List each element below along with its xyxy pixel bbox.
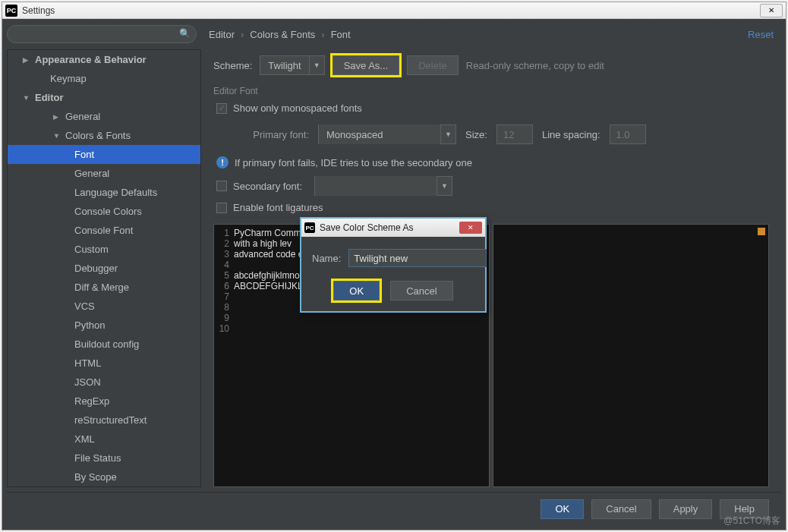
cancel-button[interactable]: Cancel bbox=[591, 499, 651, 519]
settings-sidebar[interactable]: ▶Appearance & BehaviorKeymap▼Editor▶Gene… bbox=[7, 49, 201, 487]
sidebar-item-label: Console Font bbox=[74, 225, 133, 236]
search-input[interactable] bbox=[7, 25, 197, 43]
preview-line: 9 bbox=[217, 313, 486, 323]
sidebar-item-general[interactable]: ▶General bbox=[8, 107, 200, 126]
line-number: 3 bbox=[217, 249, 234, 260]
sidebar-item-label: Debugger bbox=[74, 263, 118, 274]
ligatures-label: Enable font ligatures bbox=[233, 202, 323, 213]
sidebar-item-html[interactable]: HTML bbox=[8, 354, 200, 373]
sidebar-item-diff-merge[interactable]: Diff & Merge bbox=[8, 278, 200, 297]
line-spacing-field[interactable]: 1.0 bbox=[610, 124, 646, 144]
sidebar-item-regexp[interactable]: RegExp bbox=[8, 392, 200, 411]
help-button[interactable]: Help bbox=[720, 499, 769, 519]
sidebar-item-buildout-config[interactable]: Buildout config bbox=[8, 335, 200, 354]
window-close-button[interactable]: ✕ bbox=[760, 4, 783, 17]
secondary-font-label: Secondary font: bbox=[233, 181, 302, 192]
dialog-titlebar: PC Save Color Scheme As ✕ bbox=[301, 219, 485, 237]
breadcrumb-font: Font bbox=[331, 29, 351, 40]
secondary-font-combo[interactable]: ▼ bbox=[314, 176, 452, 196]
primary-font-value: Monospaced bbox=[319, 124, 440, 144]
dialog-footer: OK Cancel Apply Help bbox=[7, 492, 781, 525]
sidebar-item-label: General bbox=[74, 168, 109, 179]
show-mono-checkbox[interactable]: ✓ bbox=[216, 103, 227, 114]
sidebar-item-label: By Scope bbox=[74, 471, 117, 483]
chevron-down-icon[interactable]: ▼ bbox=[437, 177, 452, 195]
sidebar-item-console-colors[interactable]: Console Colors bbox=[8, 202, 200, 221]
chevron-down-icon[interactable]: ▼ bbox=[309, 56, 324, 74]
secondary-font-value bbox=[315, 176, 437, 196]
ok-button[interactable]: OK bbox=[541, 499, 584, 519]
line-number: 1 bbox=[217, 228, 234, 238]
main-panel: Scheme: Twilight ▼ Save As... Delete Rea… bbox=[201, 49, 781, 487]
sidebar-item-xml[interactable]: XML bbox=[8, 430, 200, 449]
sidebar-item-label: RegExp bbox=[74, 395, 109, 407]
font-preview-right bbox=[493, 224, 769, 487]
chevron-down-icon[interactable]: ▼ bbox=[440, 125, 455, 143]
breadcrumb-editor: Editor bbox=[209, 29, 235, 40]
sidebar-item-label: Diff & Merge bbox=[74, 282, 129, 293]
scheme-value: Twilight bbox=[260, 60, 308, 71]
sidebar-item-colors-fonts[interactable]: ▼Colors & Fonts bbox=[8, 126, 200, 145]
sidebar-item-label: JSON bbox=[74, 376, 101, 388]
size-label: Size: bbox=[465, 129, 487, 140]
sidebar-item-editor[interactable]: ▼Editor bbox=[8, 88, 200, 107]
dialog-title: Save Color Scheme As bbox=[320, 222, 413, 233]
line-number: 10 bbox=[217, 323, 234, 334]
dialog-ok-button[interactable]: OK bbox=[333, 281, 380, 301]
dialog-cancel-button[interactable]: Cancel bbox=[390, 281, 452, 301]
sidebar-item-vcs[interactable]: VCS bbox=[8, 297, 200, 316]
chevron-right-icon: ▶ bbox=[23, 56, 30, 64]
sidebar-item-label: HTML bbox=[74, 357, 101, 369]
readonly-message: Read-only scheme, copy to edit bbox=[466, 60, 604, 71]
sidebar-item-label: File Status bbox=[74, 452, 121, 464]
name-label: Name: bbox=[312, 253, 341, 264]
sidebar-item-appearance-behavior[interactable]: ▶Appearance & Behavior bbox=[8, 50, 200, 69]
sidebar-item-console-font[interactable]: Console Font bbox=[8, 221, 200, 240]
preview-line: 10 bbox=[217, 323, 486, 334]
chevron-down-icon: ▼ bbox=[53, 132, 61, 140]
sidebar-item-font[interactable]: Font bbox=[8, 145, 200, 164]
secondary-font-checkbox[interactable] bbox=[216, 181, 227, 191]
sidebar-item-language-defaults[interactable]: Language Defaults bbox=[8, 183, 200, 202]
line-text: advanced code e bbox=[234, 249, 303, 260]
sidebar-item-by-scope[interactable]: By Scope bbox=[8, 467, 200, 486]
apply-button[interactable]: Apply bbox=[659, 499, 713, 519]
sidebar-item-python[interactable]: Python bbox=[8, 316, 200, 335]
sidebar-item-keymap[interactable]: Keymap bbox=[8, 69, 200, 88]
scheme-combo[interactable]: Twilight ▼ bbox=[260, 55, 324, 75]
line-text: with a high lev bbox=[234, 238, 292, 249]
titlebar: PC Settings ✕ bbox=[2, 2, 786, 19]
sidebar-item-custom[interactable]: Custom bbox=[8, 240, 200, 259]
sidebar-item-json[interactable]: JSON bbox=[8, 373, 200, 392]
line-number: 4 bbox=[217, 260, 234, 270]
sidebar-item-label: reStructuredText bbox=[74, 414, 147, 426]
size-field[interactable]: 12 bbox=[496, 124, 533, 144]
scheme-name-input[interactable] bbox=[348, 249, 487, 267]
sidebar-item-label: Python bbox=[74, 320, 105, 331]
sidebar-item-label: General bbox=[65, 111, 100, 122]
sidebar-item-general[interactable]: General bbox=[8, 164, 200, 183]
reset-link[interactable]: Reset bbox=[748, 29, 781, 40]
warning-marker-icon bbox=[758, 228, 765, 235]
save-as-button[interactable]: Save As... bbox=[333, 55, 400, 75]
primary-font-label: Primary font: bbox=[241, 129, 309, 140]
sidebar-item-restructuredtext[interactable]: reStructuredText bbox=[8, 411, 200, 430]
line-number: 7 bbox=[217, 291, 234, 302]
editor-font-group-label: Editor Font bbox=[213, 86, 769, 96]
primary-font-combo[interactable]: Monospaced ▼ bbox=[318, 124, 456, 144]
search-icon: 🔍 bbox=[179, 28, 191, 39]
sidebar-item-label: Custom bbox=[74, 244, 109, 255]
delete-button: Delete bbox=[407, 55, 459, 75]
line-number: 9 bbox=[217, 313, 234, 323]
sidebar-item-label: Colors & Fonts bbox=[65, 130, 131, 141]
sidebar-item-label: Editor bbox=[35, 92, 64, 103]
line-spacing-label: Line spacing: bbox=[542, 129, 600, 140]
sidebar-item-debugger[interactable]: Debugger bbox=[8, 259, 200, 278]
dialog-close-button[interactable]: ✕ bbox=[459, 222, 482, 234]
ligatures-checkbox[interactable] bbox=[216, 203, 227, 213]
sidebar-item-file-status[interactable]: File Status bbox=[8, 449, 200, 467]
sidebar-item-label: Buildout config bbox=[74, 338, 139, 350]
breadcrumb: Editor › Colors & Fonts › Font Reset bbox=[197, 25, 781, 43]
line-number: 8 bbox=[217, 302, 234, 313]
scheme-label: Scheme: bbox=[213, 60, 252, 71]
